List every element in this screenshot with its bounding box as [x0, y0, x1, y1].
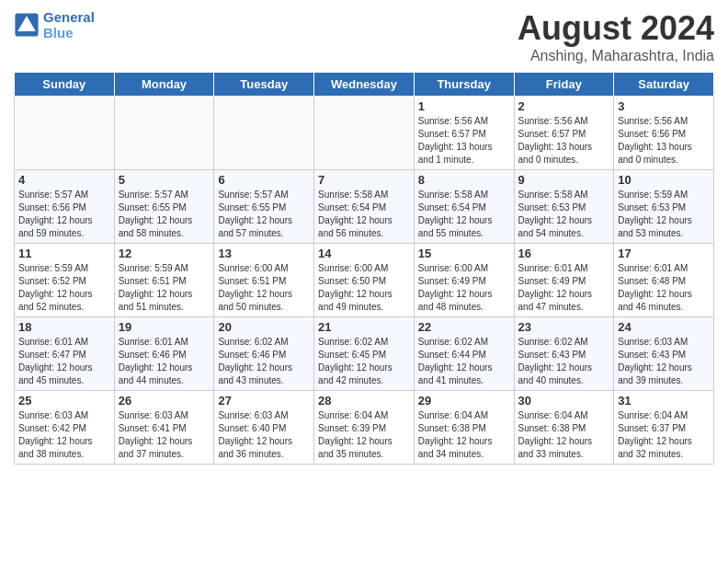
- calendar-cell: 13Sunrise: 6:00 AM Sunset: 6:51 PM Dayli…: [214, 244, 314, 317]
- day-info: Sunrise: 6:01 AM Sunset: 6:47 PM Dayligh…: [18, 336, 110, 387]
- day-info: Sunrise: 6:00 AM Sunset: 6:49 PM Dayligh…: [418, 262, 510, 314]
- calendar-cell: 6Sunrise: 5:57 AM Sunset: 6:55 PM Daylig…: [214, 170, 314, 244]
- calendar-week-row: 25Sunrise: 6:03 AM Sunset: 6:42 PM Dayli…: [15, 391, 714, 465]
- calendar-cell: 17Sunrise: 6:01 AM Sunset: 6:48 PM Dayli…: [614, 244, 714, 317]
- title-area: August 2024 Anshing, Maharashtra, India: [518, 9, 714, 64]
- day-number: 26: [119, 394, 210, 408]
- calendar-table: SundayMondayTuesdayWednesdayThursdayFrid…: [14, 72, 714, 465]
- calendar-week-row: 1Sunrise: 5:56 AM Sunset: 6:57 PM Daylig…: [15, 97, 714, 170]
- day-info: Sunrise: 6:02 AM Sunset: 6:43 PM Dayligh…: [518, 336, 610, 387]
- day-number: 14: [318, 247, 410, 260]
- weekday-header: Thursday: [414, 73, 514, 97]
- day-number: 18: [18, 320, 110, 334]
- day-info: Sunrise: 5:56 AM Sunset: 6:57 PM Dayligh…: [518, 115, 610, 167]
- calendar-cell: 21Sunrise: 6:02 AM Sunset: 6:45 PM Dayli…: [314, 317, 415, 391]
- day-number: 20: [218, 320, 310, 334]
- day-info: Sunrise: 6:00 AM Sunset: 6:51 PM Dayligh…: [218, 262, 310, 314]
- day-number: 23: [518, 320, 610, 334]
- day-info: Sunrise: 6:02 AM Sunset: 6:45 PM Dayligh…: [318, 336, 410, 387]
- calendar-cell: 8Sunrise: 5:58 AM Sunset: 6:54 PM Daylig…: [414, 170, 514, 244]
- day-info: Sunrise: 6:04 AM Sunset: 6:38 PM Dayligh…: [518, 409, 610, 461]
- calendar-week-row: 11Sunrise: 5:59 AM Sunset: 6:52 PM Dayli…: [15, 244, 714, 317]
- weekday-header: Wednesday: [314, 73, 415, 97]
- logo: General Blue: [14, 9, 95, 40]
- weekday-header: Sunday: [15, 73, 115, 97]
- day-info: Sunrise: 6:02 AM Sunset: 6:46 PM Dayligh…: [218, 336, 310, 387]
- calendar-cell: 23Sunrise: 6:02 AM Sunset: 6:43 PM Dayli…: [514, 317, 614, 391]
- day-info: Sunrise: 5:57 AM Sunset: 6:55 PM Dayligh…: [218, 189, 310, 240]
- calendar-cell: 14Sunrise: 6:00 AM Sunset: 6:50 PM Dayli…: [314, 244, 415, 317]
- day-info: Sunrise: 5:59 AM Sunset: 6:52 PM Dayligh…: [18, 262, 110, 314]
- main-title: August 2024: [518, 9, 714, 48]
- day-info: Sunrise: 5:58 AM Sunset: 6:53 PM Dayligh…: [518, 189, 610, 240]
- weekday-header: Saturday: [614, 73, 714, 97]
- calendar-cell: 10Sunrise: 5:59 AM Sunset: 6:53 PM Dayli…: [614, 170, 714, 244]
- day-info: Sunrise: 6:01 AM Sunset: 6:48 PM Dayligh…: [618, 262, 710, 314]
- day-info: Sunrise: 6:00 AM Sunset: 6:50 PM Dayligh…: [318, 262, 410, 314]
- calendar-cell: 25Sunrise: 6:03 AM Sunset: 6:42 PM Dayli…: [15, 391, 115, 465]
- day-info: Sunrise: 5:58 AM Sunset: 6:54 PM Dayligh…: [318, 189, 410, 240]
- calendar-cell: 5Sunrise: 5:57 AM Sunset: 6:55 PM Daylig…: [114, 170, 214, 244]
- calendar-cell: [214, 97, 314, 170]
- day-number: 9: [518, 173, 610, 187]
- day-info: Sunrise: 6:04 AM Sunset: 6:37 PM Dayligh…: [618, 409, 710, 461]
- day-info: Sunrise: 5:57 AM Sunset: 6:56 PM Dayligh…: [18, 189, 110, 240]
- day-number: 2: [518, 99, 610, 113]
- calendar-cell: 20Sunrise: 6:02 AM Sunset: 6:46 PM Dayli…: [214, 317, 314, 391]
- day-number: 31: [618, 394, 710, 408]
- day-number: 15: [418, 247, 510, 260]
- day-info: Sunrise: 6:03 AM Sunset: 6:42 PM Dayligh…: [18, 409, 110, 461]
- calendar-cell: 9Sunrise: 5:58 AM Sunset: 6:53 PM Daylig…: [514, 170, 614, 244]
- day-info: Sunrise: 5:59 AM Sunset: 6:53 PM Dayligh…: [618, 189, 710, 240]
- calendar-cell: 7Sunrise: 5:58 AM Sunset: 6:54 PM Daylig…: [314, 170, 415, 244]
- weekday-header: Monday: [114, 73, 214, 97]
- calendar-cell: 31Sunrise: 6:04 AM Sunset: 6:37 PM Dayli…: [614, 391, 714, 465]
- calendar-cell: 24Sunrise: 6:03 AM Sunset: 6:43 PM Dayli…: [614, 317, 714, 391]
- header: General Blue August 2024 Anshing, Mahara…: [14, 9, 714, 64]
- day-info: Sunrise: 5:59 AM Sunset: 6:51 PM Dayligh…: [119, 262, 210, 314]
- calendar-cell: 16Sunrise: 6:01 AM Sunset: 6:49 PM Dayli…: [514, 244, 614, 317]
- day-number: 28: [318, 394, 410, 408]
- day-number: 7: [318, 173, 410, 187]
- calendar-cell: 4Sunrise: 5:57 AM Sunset: 6:56 PM Daylig…: [15, 170, 115, 244]
- calendar-cell: 1Sunrise: 5:56 AM Sunset: 6:57 PM Daylig…: [414, 97, 514, 170]
- calendar-cell: 22Sunrise: 6:02 AM Sunset: 6:44 PM Dayli…: [414, 317, 514, 391]
- weekday-header: Tuesday: [214, 73, 314, 97]
- calendar-cell: 2Sunrise: 5:56 AM Sunset: 6:57 PM Daylig…: [514, 97, 614, 170]
- day-number: 10: [618, 173, 710, 187]
- calendar-cell: [114, 97, 214, 170]
- page-container: General Blue August 2024 Anshing, Mahara…: [0, 0, 728, 474]
- calendar-week-row: 18Sunrise: 6:01 AM Sunset: 6:47 PM Dayli…: [15, 317, 714, 391]
- subtitle: Anshing, Maharashtra, India: [518, 48, 714, 64]
- calendar-week-row: 4Sunrise: 5:57 AM Sunset: 6:56 PM Daylig…: [15, 170, 714, 244]
- calendar-cell: 12Sunrise: 5:59 AM Sunset: 6:51 PM Dayli…: [114, 244, 214, 317]
- day-number: 29: [418, 394, 510, 408]
- day-info: Sunrise: 6:02 AM Sunset: 6:44 PM Dayligh…: [418, 336, 510, 387]
- day-number: 21: [318, 320, 410, 334]
- day-number: 1: [418, 99, 510, 113]
- day-number: 5: [119, 173, 210, 187]
- day-number: 19: [119, 320, 210, 334]
- day-info: Sunrise: 6:01 AM Sunset: 6:46 PM Dayligh…: [119, 336, 210, 387]
- calendar-cell: 29Sunrise: 6:04 AM Sunset: 6:38 PM Dayli…: [414, 391, 514, 465]
- calendar-cell: [314, 97, 415, 170]
- day-info: Sunrise: 6:03 AM Sunset: 6:40 PM Dayligh…: [218, 409, 310, 461]
- day-info: Sunrise: 6:01 AM Sunset: 6:49 PM Dayligh…: [518, 262, 610, 314]
- calendar-cell: 11Sunrise: 5:59 AM Sunset: 6:52 PM Dayli…: [15, 244, 115, 317]
- day-number: 11: [18, 247, 110, 260]
- calendar-cell: 3Sunrise: 5:56 AM Sunset: 6:56 PM Daylig…: [614, 97, 714, 170]
- logo-icon: [14, 12, 40, 38]
- day-number: 27: [218, 394, 310, 408]
- day-number: 22: [418, 320, 510, 334]
- logo-text: General Blue: [43, 9, 95, 40]
- day-info: Sunrise: 5:58 AM Sunset: 6:54 PM Dayligh…: [418, 189, 510, 240]
- day-number: 25: [18, 394, 110, 408]
- day-number: 8: [418, 173, 510, 187]
- calendar-cell: 27Sunrise: 6:03 AM Sunset: 6:40 PM Dayli…: [214, 391, 314, 465]
- day-info: Sunrise: 6:03 AM Sunset: 6:41 PM Dayligh…: [119, 409, 210, 461]
- day-number: 4: [18, 173, 110, 187]
- calendar-cell: 15Sunrise: 6:00 AM Sunset: 6:49 PM Dayli…: [414, 244, 514, 317]
- day-number: 30: [518, 394, 610, 408]
- calendar-cell: 19Sunrise: 6:01 AM Sunset: 6:46 PM Dayli…: [114, 317, 214, 391]
- day-info: Sunrise: 6:04 AM Sunset: 6:38 PM Dayligh…: [418, 409, 510, 461]
